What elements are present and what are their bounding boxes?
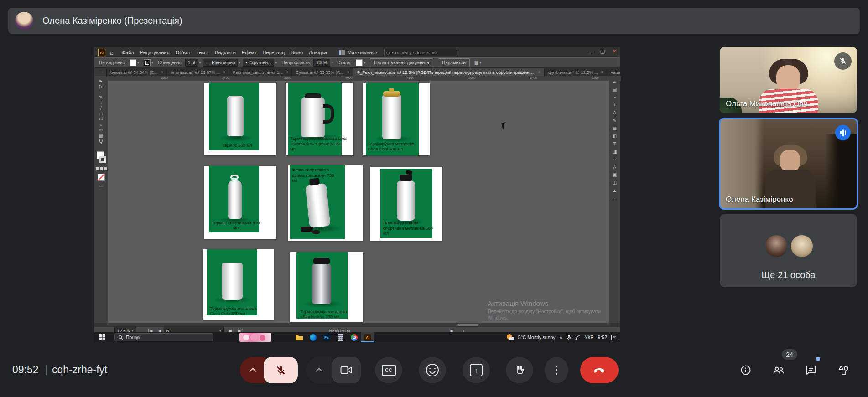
mic-toggle-button[interactable] [264, 357, 298, 383]
tool-icon[interactable]: ✎ [94, 95, 108, 100]
tray-pen-icon[interactable] [575, 335, 581, 340]
document-tab[interactable]: платівка.ai* @ 16,67% ... × [167, 68, 229, 76]
panel-icon[interactable]: ✎ [609, 117, 620, 124]
menu-item[interactable]: Редагування [140, 50, 170, 55]
menu-item[interactable]: Файл [122, 50, 134, 55]
language-indicator[interactable]: УКР [585, 335, 594, 340]
menu-item[interactable]: Вікно [291, 50, 303, 55]
tray-clock[interactable]: 9:52 [598, 335, 607, 340]
tool-icon[interactable]: ▦ [94, 133, 108, 139]
close-tab-icon[interactable]: × [601, 70, 603, 74]
tool-icon[interactable]: ► [94, 78, 108, 84]
weather-text[interactable]: 5°C Mostly sunny [518, 335, 556, 340]
panel-icon[interactable]: ◨ [609, 148, 620, 155]
close-tab-icon[interactable]: × [538, 70, 541, 74]
stroke-color-swatch[interactable] [99, 156, 106, 163]
artboard-starbucks-jug[interactable]: Термокружка металева біла «Starbucks» з … [286, 83, 353, 155]
more-participants-tile[interactable]: Ще 21 особа [720, 214, 857, 287]
brush-select[interactable]: • Скруглен... [243, 59, 274, 67]
panel-icon[interactable]: ▦ [609, 124, 620, 132]
fill-swatch[interactable] [130, 59, 136, 66]
tray-expand-caret[interactable]: ˄ [560, 335, 562, 340]
panel-icon[interactable]: ⊞ [609, 140, 620, 148]
file-explorer-icon[interactable] [292, 332, 306, 342]
calculator-icon[interactable] [333, 332, 347, 342]
participant-tile-olena[interactable]: Олена Казіміренко [720, 119, 857, 209]
tool-icon[interactable]: Q [94, 139, 108, 144]
menu-item[interactable]: Перегляд [262, 50, 285, 55]
panel-icon[interactable]: ⋯ [609, 194, 620, 202]
panel-icon[interactable]: ◫ [609, 179, 620, 186]
panel-icon[interactable]: △ [609, 163, 620, 171]
menu-item[interactable]: Об'єкт [176, 50, 191, 55]
captions-button[interactable]: CC [375, 357, 402, 383]
illustrator-taskbar-icon[interactable]: Ai [361, 332, 374, 342]
camera-options-chevron[interactable] [306, 357, 332, 383]
mic-options-chevron[interactable] [240, 357, 265, 383]
document-tab[interactable]: чашки_двокольорові.ai × [607, 68, 620, 76]
stroke-width-field[interactable]: 1 pt [185, 59, 198, 67]
color-mode-icons[interactable] [96, 167, 107, 170]
canvas[interactable]: Термос 500 мл Термокружка металева біла … [108, 81, 610, 323]
edge-icon[interactable] [306, 332, 320, 342]
artboard-flask-750[interactable]: Фляга спортивна з двома кришками 750 мл [288, 165, 363, 241]
document-tab[interactable]: Сумки.ai @ 33,33% (R... × [292, 68, 353, 76]
none-swatch[interactable] [98, 174, 105, 181]
end-call-button[interactable] [580, 357, 619, 383]
participants-button[interactable] [772, 363, 785, 377]
close-tab-icon[interactable]: × [347, 70, 349, 74]
tool-icon[interactable]: / [94, 106, 108, 111]
activities-button[interactable] [837, 363, 850, 377]
present-button[interactable]: ↑ [463, 357, 490, 383]
tool-icon[interactable]: ▷ [94, 84, 108, 89]
menu-item[interactable]: Текст [196, 50, 209, 55]
panel-icon[interactable]: ▣ [609, 171, 620, 179]
taskbar-search-input[interactable]: Пошук [114, 333, 213, 341]
maximize-button[interactable]: ▢ [599, 48, 606, 54]
panel-icon[interactable]: ≡ [609, 78, 620, 86]
panel-icon[interactable]: A [609, 109, 620, 117]
document-tab[interactable]: футболка.ai* @ 12,5% ... × [545, 68, 607, 76]
tool-icon[interactable]: ✂ [94, 117, 108, 122]
style-swatch[interactable] [356, 59, 363, 66]
align-icon[interactable]: ▦ [474, 60, 478, 65]
workspace-switcher-icon[interactable] [339, 50, 345, 55]
close-tab-icon[interactable]: × [223, 70, 225, 74]
scrollbar-thumb[interactable] [457, 324, 478, 326]
tool-icon[interactable]: ○ [94, 122, 108, 128]
raise-hand-button[interactable] [506, 357, 533, 383]
close-button[interactable]: × [611, 48, 618, 54]
widgets-thumbnail[interactable] [239, 333, 271, 342]
photoshop-icon[interactable]: Ps [320, 332, 333, 342]
panel-icon[interactable]: ▲ [609, 186, 620, 194]
close-tab-icon[interactable]: × [286, 70, 288, 74]
document-tab[interactable]: Реклама_свішот.ai @ 1... × [229, 68, 292, 76]
participant-tile-olha[interactable]: Ольга Миколаївна Овч... [720, 47, 857, 113]
stroke-swatch[interactable] [144, 59, 151, 66]
chat-button[interactable] [804, 363, 818, 377]
tool-icon[interactable]: + [94, 89, 108, 95]
tool-icon[interactable]: ↻ [94, 128, 108, 133]
home-icon[interactable]: ⌂ [110, 49, 114, 56]
horizontal-scrollbar[interactable] [108, 323, 610, 326]
opacity-field[interactable]: 100% [313, 59, 331, 67]
artboard-cocacola-mug-350[interactable]: Термокружка металева Coca Cola 350 мл [203, 249, 274, 320]
close-tab-icon[interactable]: × [161, 70, 163, 74]
artboard-cocacola-mug-500[interactable]: Термокружка металева Coca Cola 500 мл [363, 83, 430, 155]
chrome-icon[interactable] [347, 332, 361, 342]
tray-mic-icon[interactable] [567, 335, 571, 340]
start-button[interactable] [94, 332, 110, 342]
artboard-sport-thermos[interactable]: Термос спортивний 500 мл [204, 166, 276, 239]
menu-item[interactable]: Довідка [309, 50, 327, 55]
menu-item[interactable]: Ефект [242, 50, 256, 55]
stroke-profile-select[interactable]: — Рівномірно [203, 59, 238, 67]
panel-icon[interactable]: ○ [609, 155, 620, 163]
menu-item[interactable]: Виділити [215, 50, 236, 55]
preferences-button[interactable]: Параметри [438, 58, 470, 67]
artboard-starbucks-tumbler[interactable]: Термокружка металева «Starbucks» 330 мл [290, 252, 363, 322]
tool-icon[interactable]: T [94, 100, 108, 106]
minimize-button[interactable]: – [587, 48, 594, 54]
artboard-water-bottle[interactable]: Пляшка для води спортивна металева 500 м… [370, 167, 442, 241]
stock-search-input[interactable]: Q ▾ Пошук у Adobe Stock [384, 49, 457, 56]
artboard-thermos-500[interactable]: Термос 500 мл [204, 83, 276, 155]
